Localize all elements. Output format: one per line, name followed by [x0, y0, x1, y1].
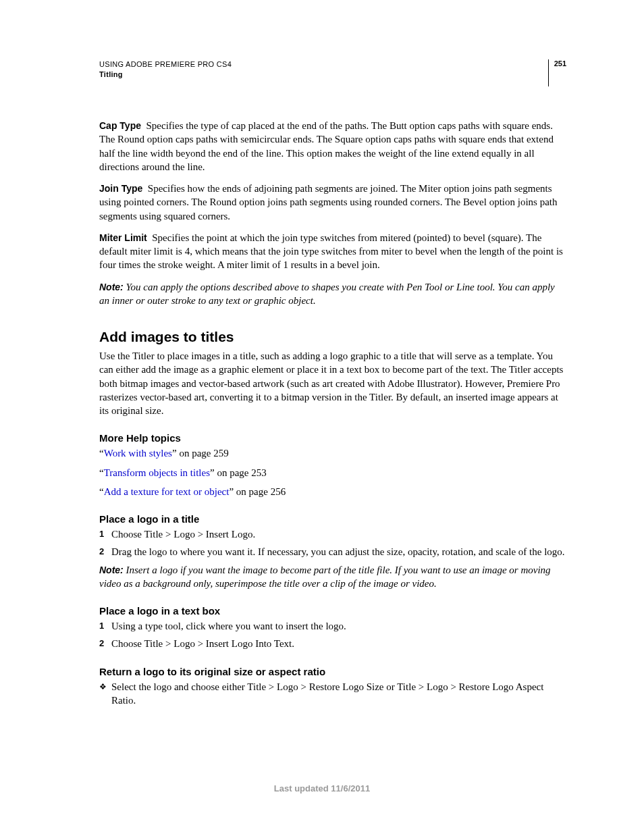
quote-pre: “: [99, 467, 104, 478]
doc-title: USING ADOBE PREMIERE PRO CS4: [99, 59, 232, 70]
term-label: Cap Type: [99, 120, 141, 131]
step-text: Using a type tool, click where you want …: [111, 619, 346, 633]
quote-post: ” on page 256: [229, 486, 286, 497]
help-link[interactable]: Transform objects in titles: [104, 467, 210, 478]
quote-pre: “: [99, 486, 104, 497]
bullet-icon: ❖: [99, 680, 111, 708]
definition-cap-type: Cap Type Specifies the type of cap place…: [99, 119, 566, 174]
page-number: 251: [548, 59, 566, 86]
subsection-heading: Place a logo in a title: [99, 513, 566, 525]
definition-join-type: Join Type Specifies how the ends of adjo…: [99, 182, 566, 223]
help-link-row: “Work with styles” on page 259: [99, 446, 566, 460]
step-number: 2: [99, 545, 111, 558]
definition-miter-limit: Miter Limit Specifies the point at which…: [99, 231, 566, 272]
more-help-heading: More Help topics: [99, 432, 566, 444]
step-number: 2: [99, 637, 111, 650]
step-row: 2 Choose Title > Logo > Insert Logo Into…: [99, 637, 566, 650]
quote-post: ” on page 259: [172, 448, 229, 459]
note-label: Note:: [99, 565, 124, 575]
help-link-row: “Transform objects in titles” on page 25…: [99, 466, 566, 479]
term-label: Join Type: [99, 183, 142, 194]
page-header: USING ADOBE PREMIERE PRO CS4 Titling 251: [99, 59, 566, 86]
step-row: 1 Using a type tool, click where you wan…: [99, 619, 566, 633]
note-text: You can apply the options described abov…: [99, 282, 555, 306]
help-link[interactable]: Work with styles: [104, 448, 172, 459]
doc-section: Titling: [99, 70, 232, 80]
body-content: Cap Type Specifies the type of cap place…: [99, 119, 566, 707]
header-left: USING ADOBE PREMIERE PRO CS4 Titling: [99, 59, 232, 80]
step-number: 1: [99, 619, 111, 633]
quote-post: ” on page 253: [210, 467, 267, 478]
step-text: Drag the logo to where you want it. If n…: [111, 545, 565, 558]
note-paragraph: Note: Insert a logo if you want the imag…: [99, 563, 566, 591]
section-intro: Use the Titler to place images in a titl…: [99, 349, 566, 417]
page-footer: Last updated 11/6/2011: [0, 783, 644, 793]
subsection-heading: Return a logo to its original size or as…: [99, 666, 566, 677]
bullet-text: Select the logo and choose either Title …: [111, 680, 566, 708]
term-text: Specifies the point at which the join ty…: [99, 232, 563, 271]
more-help-list: “Work with styles” on page 259 “Transfor…: [99, 446, 566, 498]
help-link[interactable]: Add a texture for text or object: [104, 486, 230, 497]
subsection-heading: Place a logo in a text box: [99, 605, 566, 617]
note-label: Note:: [99, 282, 124, 292]
term-label: Miter Limit: [99, 232, 147, 243]
quote-pre: “: [99, 448, 104, 459]
step-row: 2 Drag the logo to where you want it. If…: [99, 545, 566, 558]
note-text: Insert a logo if you want the image to b…: [99, 565, 551, 589]
step-row: 1 Choose Title > Logo > Insert Logo.: [99, 527, 566, 541]
step-text: Choose Title > Logo > Insert Logo.: [111, 527, 255, 541]
bullet-row: ❖ Select the logo and choose either Titl…: [99, 680, 566, 708]
term-text: Specifies the type of cap placed at the …: [99, 120, 554, 172]
term-text: Specifies how the ends of adjoining path…: [99, 183, 558, 221]
note-paragraph: Note: You can apply the options describe…: [99, 280, 566, 308]
step-number: 1: [99, 527, 111, 541]
step-text: Choose Title > Logo > Insert Logo Into T…: [111, 637, 294, 650]
document-page: USING ADOBE PREMIERE PRO CS4 Titling 251…: [0, 0, 644, 834]
section-heading: Add images to titles: [99, 329, 566, 345]
help-link-row: “Add a texture for text or object” on pa…: [99, 485, 566, 498]
